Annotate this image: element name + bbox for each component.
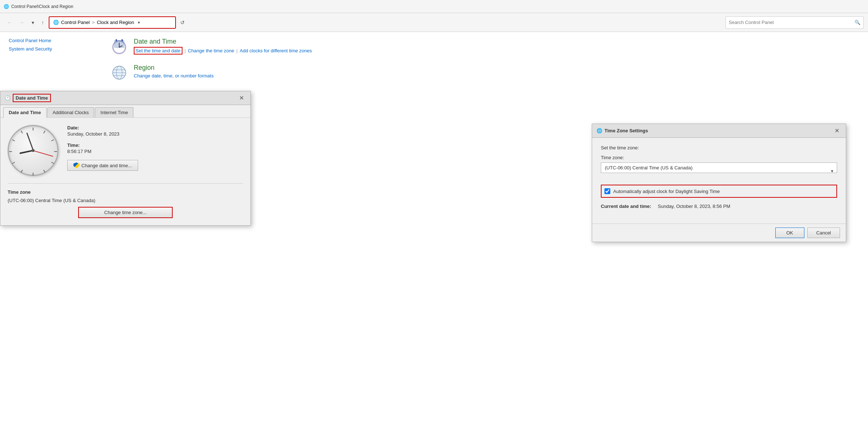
tick-4 [51, 162, 54, 164]
timezone-section-label: Time zone [8, 189, 243, 195]
date-time-info: Date: Sunday, October 8, 2023 Time: 8:56… [67, 125, 243, 171]
timezone-value: (UTC-06:00) Central Time (US & Canada) [8, 198, 243, 203]
datetime-section-content: Date and Time Set the time and date | Ch… [134, 38, 312, 55]
search-input[interactable] [729, 20, 855, 25]
tick-7 [21, 170, 23, 173]
tick-2 [51, 139, 54, 141]
change-date-time-button[interactable]: Change date and time... [67, 160, 138, 171]
set-time-date-link[interactable]: Set the time and date [134, 47, 182, 55]
up-button[interactable]: ↑ [39, 18, 47, 27]
address-path: Control Panel [61, 20, 90, 25]
datetime-title-left: 🕐 Date and Time [5, 94, 51, 102]
datetime-dialog-titlebar: 🕐 Date and Time ✕ [0, 91, 250, 105]
region-section-links: Change date, time, or number formats [134, 73, 214, 79]
timezone-dialog-icon: 🌐 [596, 128, 602, 133]
tick-11 [21, 130, 23, 133]
current-datetime-label: Current date and time: [601, 204, 651, 209]
time-value: 8:56:17 PM [67, 149, 243, 154]
shield-icon [73, 162, 79, 168]
timezone-section: Time zone (UTC-06:00) Central Time (US &… [8, 183, 243, 218]
date-value: Sunday, October 8, 2023 [67, 131, 243, 137]
title-bar-text: Control Panel\Clock and Region [11, 4, 73, 9]
search-icon: 🔍 [855, 20, 860, 25]
change-formats-link[interactable]: Change date, time, or number formats [134, 73, 214, 79]
tab-date-time[interactable]: Date and Time [3, 107, 47, 118]
title-bar-icon: 🌐 [4, 4, 9, 9]
timezone-dialog-body: Set the time zone: Time zone: (UTC-06:00… [592, 138, 846, 224]
dialog-timezone: 🌐 Time Zone Settings ✕ Set the time zone… [592, 124, 846, 242]
add-clocks-link[interactable]: Add clocks for different time zones [240, 48, 312, 53]
refresh-button[interactable]: ↺ [178, 18, 187, 27]
tick-3 [54, 151, 57, 152]
timezone-select-wrapper: (UTC-06:00) Central Time (US & Canada) [601, 162, 837, 179]
timezone-select[interactable]: (UTC-06:00) Central Time (US & Canada) [601, 162, 837, 173]
second-hand [33, 150, 53, 156]
tick-5 [43, 170, 45, 173]
address-dropdown-button[interactable]: ▾ [136, 20, 141, 25]
sidebar-item-control-panel-home[interactable]: Control Panel Home [9, 38, 93, 43]
search-bar[interactable]: 🔍 [726, 16, 864, 29]
forward-button[interactable]: → [17, 18, 27, 27]
timezone-ok-button[interactable]: OK [775, 228, 804, 238]
tick-6 [33, 173, 33, 176]
address-bar[interactable]: 🌐 Control Panel > Clock and Region ▾ [49, 16, 176, 29]
timezone-dialog-close-button[interactable]: ✕ [832, 127, 841, 134]
daylight-saving-checkbox[interactable] [604, 188, 610, 194]
tick-1 [43, 130, 45, 133]
daylight-saving-label: Automatically adjust clock for Daylight … [613, 189, 720, 194]
change-timezone-link[interactable]: Change the time zone [188, 48, 234, 53]
timezone-title-left: 🌐 Time Zone Settings [596, 128, 648, 133]
hour-hand [19, 150, 33, 154]
sidebar-item-system-security[interactable]: System and Security [9, 46, 93, 52]
daylight-saving-checkbox-row: Automatically adjust clock for Daylight … [601, 185, 837, 198]
tick-8 [12, 162, 15, 164]
tick-9 [9, 151, 12, 152]
back-button[interactable]: ← [4, 18, 15, 27]
datetime-icon-svg [110, 38, 128, 55]
minute-hand [26, 133, 34, 151]
tab-additional-clocks[interactable]: Additional Clocks [47, 107, 95, 117]
change-datetime-btn-label: Change date and time... [81, 163, 132, 168]
date-label: Date: [67, 125, 243, 130]
timezone-dialog-footer: OK Cancel [592, 224, 846, 242]
svg-rect-6 [121, 39, 123, 41]
datetime-section-links: Set the time and date | Change the time … [134, 47, 312, 55]
sidebar: Control Panel Home System and Security [0, 32, 102, 60]
region-section-icon [110, 64, 128, 81]
address-separator: > [92, 20, 95, 25]
datetime-section-icon [110, 38, 128, 55]
timezone-dialog-titlebar: 🌐 Time Zone Settings ✕ [592, 124, 846, 138]
navigation-bar: ← → ▾ ↑ 🌐 Control Panel > Clock and Regi… [0, 13, 868, 32]
region-icon-svg [110, 64, 128, 81]
datetime-dialog-icon: 🕐 [5, 95, 11, 101]
datetime-dialog-title: Date and Time [13, 94, 51, 102]
history-dropdown-button[interactable]: ▾ [29, 18, 37, 27]
datetime-content: Date: Sunday, October 8, 2023 Time: 8:56… [8, 125, 243, 176]
tick-10 [12, 139, 15, 141]
datetime-dialog-body: Date: Sunday, October 8, 2023 Time: 8:56… [0, 118, 250, 225]
clock-center [32, 149, 35, 152]
timezone-dialog-title: Time Zone Settings [604, 128, 648, 133]
current-datetime-value: Sunday, October 8, 2023, 8:56 PM [658, 204, 730, 209]
datetime-tabs: Date and Time Additional Clocks Internet… [0, 105, 250, 118]
change-tz-btn-container: Change time zone... [8, 207, 243, 218]
analog-clock [8, 125, 59, 176]
tab-internet-time[interactable]: Internet Time [95, 107, 133, 117]
cp-main-area: Date and Time Set the time and date | Ch… [102, 32, 868, 96]
tz-set-label: Set the time zone: [601, 145, 837, 150]
address-globe-icon: 🌐 [53, 20, 59, 25]
svg-rect-5 [116, 39, 117, 41]
dialog-datetime: 🕐 Date and Time ✕ Date and Time Addition… [0, 91, 251, 226]
tz-field-label: Time zone: [601, 155, 837, 160]
timezone-cancel-button[interactable]: Cancel [807, 228, 840, 238]
tick-12 [33, 128, 33, 130]
section-datetime: Date and Time Set the time and date | Ch… [110, 38, 859, 55]
section-region: Region Change date, time, or number form… [110, 64, 859, 81]
time-label: Time: [67, 142, 243, 148]
title-bar: 🌐 Control Panel\Clock and Region [0, 0, 868, 13]
datetime-section-title: Date and Time [134, 38, 312, 45]
current-datetime-row: Current date and time: Sunday, October 8… [601, 204, 837, 209]
datetime-dialog-close-button[interactable]: ✕ [237, 95, 246, 102]
change-timezone-button[interactable]: Change time zone... [78, 207, 173, 218]
address-sub: Clock and Region [97, 20, 134, 25]
